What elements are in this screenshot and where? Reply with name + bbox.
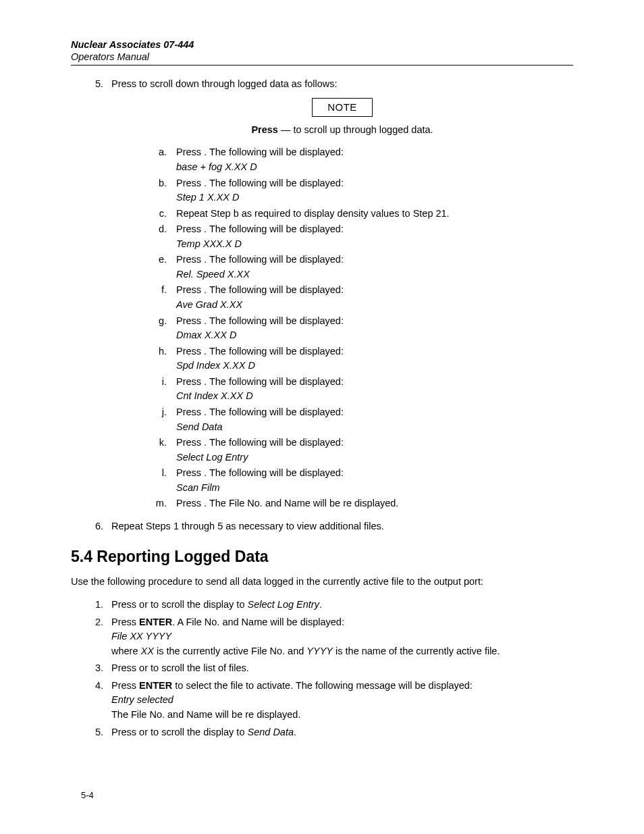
sub-k: Press . The following will be displayed:… — [169, 436, 573, 464]
sub-h: Press . The following will be displayed:… — [169, 345, 573, 373]
section-5-4-intro: Use the following procedure to send all … — [71, 575, 573, 589]
sub-i-display: Cnt Index X.XX D — [176, 390, 573, 403]
sub-e-display: Rel. Speed X.XX — [176, 268, 573, 282]
r2-mid: is the currently active File No. and — [154, 646, 306, 656]
sub-f-text: Press . The following will be displayed: — [176, 284, 344, 295]
r3-text: Press or to scroll the list of files. — [111, 662, 249, 673]
r2-bold: ENTER — [139, 617, 172, 627]
r5-pre: Press or to scroll the display to — [111, 727, 247, 737]
sub-a-display: base + fog X.XX D — [176, 161, 573, 174]
header-rule — [71, 65, 573, 66]
r2-where: where XX is the currently active File No… — [111, 645, 573, 658]
sub-d-display: Temp XXX.X D — [176, 238, 573, 251]
step-5-text: Press to scroll down through logged data… — [111, 78, 338, 89]
sub-i: Press . The following will be displayed:… — [169, 375, 573, 403]
r2-xx: XX — [141, 646, 154, 656]
sub-m: Press . The File No. and Name will be re… — [169, 497, 573, 511]
sub-i-text: Press . The following will be displayed: — [176, 376, 344, 387]
step-5: Press to scroll down through logged data… — [106, 78, 573, 511]
sub-b-text: Press . The following will be displayed: — [176, 178, 344, 188]
sub-j-display: Send Data — [176, 421, 573, 434]
r4-after: The File No. and Name will be re display… — [111, 708, 573, 722]
note-bold: Press — [251, 124, 278, 135]
sub-f-display: Ave Grad X.XX — [176, 298, 573, 312]
sub-g-text: Press . The following will be displayed: — [176, 315, 344, 326]
r2-post: . A File No. and Name will be displayed: — [172, 617, 344, 627]
sub-k-display: Select Log Entry — [176, 451, 573, 465]
r-step-2: Press ENTER. A File No. and Name will be… — [106, 616, 573, 658]
sub-f: Press . The following will be displayed:… — [169, 284, 573, 311]
r2-yy: YYYY — [306, 646, 333, 656]
r2-display: File XX YYYY — [111, 630, 573, 644]
sub-e: Press . The following will be displayed:… — [169, 253, 573, 281]
step-6: Repeat Steps 1 through 5 as necessary to… — [106, 520, 573, 533]
r-step-1: Press or to scroll the display to Select… — [106, 598, 573, 612]
sub-d-text: Press . The following will be displayed: — [176, 224, 344, 234]
sub-b-display: Step 1 X.XX D — [176, 191, 573, 205]
sub-l-display: Scan Film — [176, 481, 573, 495]
step-6-text: Repeat Steps 1 through 5 as necessary to… — [111, 521, 384, 531]
sub-m-text: Press . The File No. and Name will be re… — [176, 498, 398, 509]
sub-j: Press . The following will be displayed:… — [169, 406, 573, 434]
sub-c-text: Repeat Step b as required to display den… — [176, 208, 450, 219]
header-subtitle: Operators Manual — [71, 51, 573, 62]
sub-e-text: Press . The following will be displayed: — [176, 254, 344, 265]
r-step-4: Press ENTER to select the file to activa… — [106, 679, 573, 722]
sub-c: Repeat Step b as required to display den… — [169, 207, 573, 221]
page-number: 5-4 — [81, 790, 94, 800]
note-rest: — to scroll up through logged data. — [278, 124, 433, 135]
r-step-3: Press or to scroll the list of files. — [106, 662, 573, 675]
r4-bold: ENTER — [139, 680, 172, 691]
r5-ital: Send Data — [247, 727, 294, 737]
r4-post: to select the file to activate. The foll… — [172, 680, 473, 691]
header-title: Nuclear Associates 07-444 — [71, 39, 573, 50]
sub-l-text: Press . The following will be displayed: — [176, 467, 344, 478]
section-5-4-heading: 5.4 Reporting Logged Data — [71, 548, 573, 566]
sub-h-text: Press . The following will be displayed: — [176, 346, 344, 357]
sub-k-text: Press . The following will be displayed: — [176, 437, 344, 448]
sub-l: Press . The following will be displayed:… — [169, 467, 573, 494]
r2-where-pre: where — [111, 646, 141, 656]
sub-j-text: Press . The following will be displayed: — [176, 407, 344, 417]
sub-g: Press . The following will be displayed:… — [169, 315, 573, 342]
r1-pre: Press or to scroll the display to — [111, 599, 247, 610]
r-step-5: Press or to scroll the display to Send D… — [106, 726, 573, 739]
sub-d: Press . The following will be displayed:… — [169, 223, 573, 251]
note-box: NOTE — [312, 98, 373, 117]
r4-pre: Press — [111, 680, 139, 691]
sub-a: Press . The following will be displayed:… — [169, 146, 573, 174]
r2-where-post: is the name of the currently active file… — [333, 646, 500, 656]
sub-b: Press . The following will be displayed:… — [169, 177, 573, 205]
r2-pre: Press — [111, 617, 139, 627]
r1-post: . — [319, 599, 322, 610]
sub-h-display: Spd Index X.XX D — [176, 359, 573, 373]
sub-a-text: Press . The following will be displayed: — [176, 147, 344, 157]
r1-ital: Select Log Entry — [247, 599, 319, 610]
note-text: Press — to scroll up through logged data… — [111, 124, 573, 137]
r4-display: Entry selected — [111, 694, 573, 707]
sub-g-display: Dmax X.XX D — [176, 329, 573, 342]
r5-post: . — [294, 727, 296, 737]
